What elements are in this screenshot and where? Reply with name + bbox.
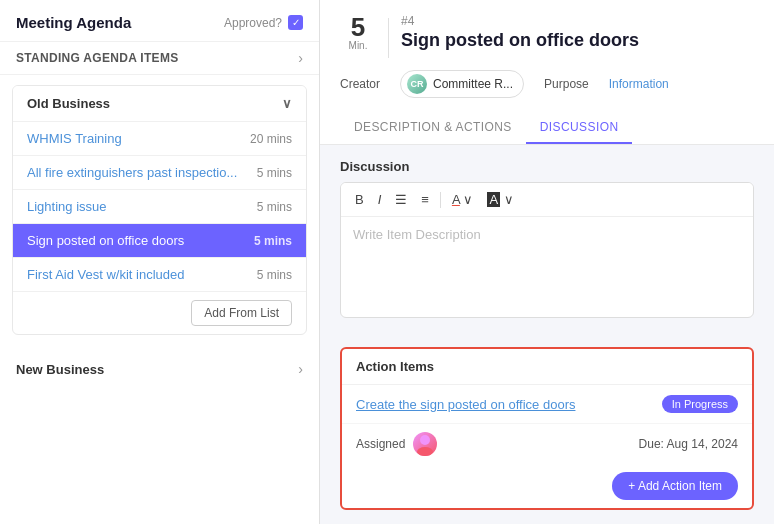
agenda-item-label: First Aid Vest w/kit included — [27, 267, 185, 282]
assigned-left: Assigned — [356, 432, 437, 456]
status-badge: In Progress — [662, 395, 738, 413]
item-number: #4 — [401, 14, 754, 28]
add-from-list-row: Add From List — [13, 291, 306, 334]
new-business-row[interactable]: New Business › — [0, 351, 319, 387]
creator-label: Creator — [340, 77, 380, 91]
new-business-chevron-icon: › — [298, 361, 303, 377]
bg-color-button[interactable]: A ∨ — [481, 189, 519, 210]
old-business-label: Old Business — [27, 96, 110, 111]
agenda-item-lighting[interactable]: Lighting issue 5 mins — [13, 189, 306, 223]
purpose-label: Purpose — [544, 77, 589, 91]
item-top: 5 Min. #4 Sign posted on office doors — [340, 14, 754, 58]
new-business-label: New Business — [16, 362, 104, 377]
italic-button[interactable]: I — [372, 189, 388, 210]
toolbar-separator — [440, 192, 441, 208]
due-date: Due: Aug 14, 2024 — [639, 437, 738, 451]
tab-description-actions[interactable]: DESCRIPTION & ACTIONS — [340, 112, 526, 144]
agenda-item-sign[interactable]: Sign posted on office doors 5 mins — [13, 223, 306, 257]
item-header: 5 Min. #4 Sign posted on office doors Cr… — [320, 0, 774, 145]
agenda-item-label: All fire extinguishers past inspectio... — [27, 165, 237, 180]
meta-row: Creator CR Committee R... Purpose Inform… — [340, 70, 754, 98]
approved-label: Approved? — [224, 16, 282, 30]
mins-block: 5 Min. — [340, 14, 376, 51]
old-business-chevron-icon: ∨ — [282, 96, 292, 111]
agenda-item-whmis[interactable]: WHMIS Training 20 mins — [13, 121, 306, 155]
content-area: Discussion B I ☰ ≡ A ∨ A ∨ Write Item De… — [320, 145, 774, 347]
left-panel: Meeting Agenda Approved? ✓ Standing Agen… — [0, 0, 320, 524]
creator-avatar: CR — [407, 74, 427, 94]
agenda-item-mins: 5 mins — [257, 268, 292, 282]
editor-box: B I ☰ ≡ A ∨ A ∨ Write Item Description — [340, 182, 754, 318]
left-header: Meeting Agenda Approved? ✓ — [0, 0, 319, 41]
action-item-link[interactable]: Create the sign posted on office doors — [356, 397, 575, 412]
old-business-header[interactable]: Old Business ∨ — [13, 86, 306, 121]
purpose-value: Information — [609, 77, 669, 91]
agenda-item-label: Lighting issue — [27, 199, 107, 214]
standing-agenda-label: Standing Agenda Items — [16, 51, 179, 65]
mins-label: Min. — [349, 40, 368, 51]
creator-name: Committee R... — [433, 77, 513, 91]
add-from-list-button[interactable]: Add From List — [191, 300, 292, 326]
action-items-section: Action Items Create the sign posted on o… — [340, 347, 754, 510]
assigned-label: Assigned — [356, 437, 405, 451]
agenda-item-mins: 5 mins — [257, 166, 292, 180]
item-title: Sign posted on office doors — [401, 30, 754, 51]
mins-number: 5 — [351, 14, 365, 40]
editor-body[interactable]: Write Item Description — [341, 217, 753, 317]
action-items-header: Action Items — [342, 349, 752, 385]
editor-toolbar: B I ☰ ≡ A ∨ A ∨ — [341, 183, 753, 217]
tabs-row: DESCRIPTION & ACTIONS DISCUSSION — [340, 112, 754, 144]
right-panel: 5 Min. #4 Sign posted on office doors Cr… — [320, 0, 774, 524]
svg-point-0 — [420, 435, 430, 445]
agenda-item-fire[interactable]: All fire extinguishers past inspectio...… — [13, 155, 306, 189]
assigned-row: Assigned Due: Aug 14, 2024 — [342, 424, 752, 464]
discussion-section-label: Discussion — [340, 159, 754, 174]
agenda-item-mins: 20 mins — [250, 132, 292, 146]
standing-agenda-chevron-icon: › — [298, 50, 303, 66]
agenda-item-label: WHMIS Training — [27, 131, 122, 146]
item-title-block: #4 Sign posted on office doors — [401, 14, 754, 51]
approved-section: Approved? ✓ — [224, 15, 303, 30]
assigned-avatar — [413, 432, 437, 456]
agenda-item-mins: 5 mins — [254, 234, 292, 248]
old-business-section: Old Business ∨ WHMIS Training 20 mins Al… — [12, 85, 307, 335]
creator-badge: CR Committee R... — [400, 70, 524, 98]
svg-point-1 — [417, 447, 433, 456]
font-color-button[interactable]: A ∨ — [446, 189, 480, 210]
action-item-row: Create the sign posted on office doors I… — [342, 385, 752, 424]
agenda-item-first-aid[interactable]: First Aid Vest w/kit included 5 mins — [13, 257, 306, 291]
agenda-item-mins: 5 mins — [257, 200, 292, 214]
tab-discussion[interactable]: DISCUSSION — [526, 112, 633, 144]
bold-button[interactable]: B — [349, 189, 370, 210]
meeting-agenda-title: Meeting Agenda — [16, 14, 131, 31]
add-action-btn-row: + Add Action Item — [342, 464, 752, 508]
list-ol-button[interactable]: ≡ — [415, 189, 435, 210]
list-ul-button[interactable]: ☰ — [389, 189, 413, 210]
agenda-item-label: Sign posted on office doors — [27, 233, 184, 248]
add-action-item-button[interactable]: + Add Action Item — [612, 472, 738, 500]
editor-placeholder: Write Item Description — [353, 227, 481, 242]
approved-checkbox[interactable]: ✓ — [288, 15, 303, 30]
standing-agenda-row[interactable]: Standing Agenda Items › — [0, 41, 319, 75]
